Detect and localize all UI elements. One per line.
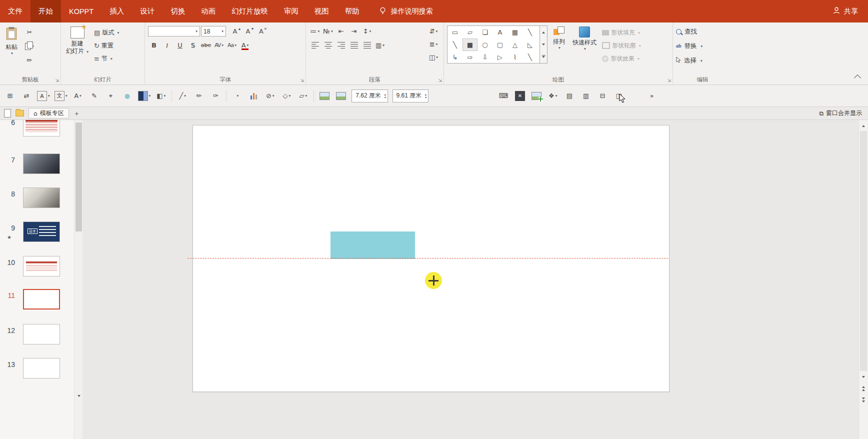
menu-tab-KOPPT[interactable]: KOPPT [61, 0, 102, 22]
new-slide-button[interactable]: ★ 新建 幻灯片 ▾ [64, 26, 90, 76]
previous-slide-button[interactable] [860, 384, 868, 392]
decrease-font-size-button[interactable]: A▼ [244, 26, 256, 37]
skew-icon[interactable]: ▱▾ [297, 90, 309, 102]
slide-thumbnail-10[interactable] [23, 256, 60, 276]
shape-cell[interactable]: ■ [462, 38, 478, 51]
font-size-select[interactable]: 18▾ [201, 26, 226, 36]
no-fill-icon[interactable]: ⊘▾ [264, 90, 276, 102]
shape-cell[interactable]: ↳ [448, 51, 462, 64]
keyboard-icon[interactable]: ⌨ [498, 90, 510, 102]
format-painter-button[interactable]: ✏ [24, 54, 36, 66]
swap-order-icon[interactable]: ⇄ [20, 90, 32, 102]
share-button[interactable]: 共享 [822, 0, 868, 22]
shape-effects-button[interactable]: 形状效果▾ [602, 53, 641, 64]
menu-tab-设计[interactable]: 设计 [132, 0, 162, 22]
split-horizontal-icon[interactable]: ⊟ [596, 90, 608, 102]
shape-cell[interactable]: ▭ [448, 26, 462, 38]
shape-cell[interactable]: ⇨ [462, 51, 478, 64]
shape-cell[interactable]: ⇩ [478, 51, 492, 64]
shape-cell[interactable]: ❏ [478, 26, 492, 38]
position-icon[interactable]: ⌖ [105, 90, 117, 102]
dialog-launcher-icon[interactable]: ⇲ [55, 78, 59, 83]
line-spacing-button[interactable]: ↕▾ [361, 26, 373, 37]
shape-cell[interactable]: ◺ [522, 38, 538, 51]
section-button[interactable]: ≡节▾ [94, 53, 119, 64]
spinner-arrows-icon[interactable]: ▴▾ [384, 93, 386, 99]
select-button[interactable]: 选择 ▾ [676, 54, 729, 66]
menu-tab-开始[interactable]: 开始 [30, 0, 61, 22]
shape-cell[interactable]: ○ [478, 38, 492, 51]
shape-cell[interactable]: ╲ [522, 51, 538, 64]
new-document-icon[interactable] [4, 109, 11, 118]
cn-text-icon[interactable]: 文▾ [54, 90, 68, 102]
template-zone-tab[interactable]: ⌂ 模板专区 [28, 108, 69, 118]
font-color-icon[interactable]: A▾ [72, 90, 84, 102]
shape-fill-button[interactable]: 形状填充▾ [602, 27, 641, 38]
align-center-button[interactable] [322, 40, 334, 51]
quick-styles-button[interactable]: 快速样式 ▾ [570, 26, 598, 76]
align-right-button[interactable] [335, 40, 347, 51]
gallery-up-button[interactable] [540, 26, 547, 38]
align-text-button[interactable]: ≣▾ [428, 38, 440, 50]
window-grid-icon[interactable]: ❖▾ [547, 90, 559, 102]
align-shapes-icon[interactable]: ⊞ [4, 90, 16, 102]
menu-tab-幻灯片放映[interactable]: 幻灯片放映 [224, 0, 276, 22]
shape-outline-button[interactable]: 形状轮廓▾ [602, 40, 641, 51]
insert-picture-icon[interactable] [530, 90, 542, 102]
menu-tab-视图[interactable]: 视图 [306, 0, 337, 22]
add-tab-button[interactable]: ＋ [74, 109, 80, 118]
text-shadow-button[interactable]: S [187, 40, 199, 51]
gallery-down-button[interactable] [540, 38, 547, 51]
pencil-icon[interactable]: ✏ [193, 90, 205, 102]
slide-thumbnail-6[interactable] [23, 120, 60, 136]
replace-button[interactable]: ab 替换 ▾ [676, 40, 729, 52]
menu-tab-插入[interactable]: 插入 [102, 0, 132, 22]
slide[interactable] [192, 125, 670, 392]
bold-button[interactable]: B [148, 40, 160, 51]
scroll-down-button[interactable] [860, 373, 868, 381]
columns-button[interactable]: ▥▾ [374, 40, 386, 51]
layout-button[interactable]: ▤版式▾ [94, 27, 119, 38]
merge-windows-button[interactable]: ⧉ 窗口合并显示 [819, 109, 862, 118]
numbering-button[interactable]: №▾ [322, 26, 334, 37]
menu-tab-帮助[interactable]: 帮助 [337, 0, 368, 22]
distribute-button[interactable] [361, 40, 373, 51]
ellipse-icon[interactable]: ● [122, 90, 134, 102]
character-spacing-button[interactable]: AV▾ [213, 40, 225, 51]
menu-tab-动画[interactable]: 动画 [193, 0, 224, 22]
shape-cell[interactable]: ▢ [492, 38, 508, 51]
next-slide-button[interactable] [860, 396, 868, 404]
vertical-scrollbar[interactable] [858, 120, 868, 439]
delete-tile-icon[interactable]: ✕ [514, 90, 526, 102]
line-tool-icon[interactable]: ╱▾ [176, 90, 188, 102]
find-button[interactable]: 查找 [676, 26, 729, 38]
shape-cell[interactable]: ▷ [492, 51, 508, 64]
bullets-button[interactable]: ≔▾ [309, 26, 321, 37]
slide-thumbnail-12[interactable] [23, 324, 60, 344]
gallery-more-button[interactable] [540, 50, 547, 63]
copy-button[interactable]: ▾ [24, 40, 36, 52]
shape-cell[interactable]: ╲ [448, 38, 462, 51]
decrease-indent-button[interactable]: ⇤ [335, 26, 347, 37]
dialog-launcher-icon[interactable]: ⇲ [667, 78, 671, 83]
slide-thumbnail-9[interactable]: 目录 [23, 222, 60, 242]
dialog-launcher-icon[interactable]: ⇲ [300, 78, 304, 83]
shape-width-spinner[interactable]: 7.62 厘米▴▾ [352, 90, 388, 102]
text-style-icon[interactable]: A▾ [37, 90, 50, 102]
shape-cell[interactable]: △ [508, 38, 522, 51]
scroll-up-button[interactable] [860, 122, 868, 130]
split-vertical-icon[interactable]: ◫ [613, 90, 625, 102]
panel-rows-icon[interactable]: ▤ [564, 90, 576, 102]
text-direction-button[interactable]: ⇵▾ [428, 26, 440, 37]
shape-cell[interactable]: ▱ [462, 26, 478, 38]
fill-bucket-icon[interactable]: ◧▾ [155, 90, 167, 102]
menu-tab-审阅[interactable]: 审阅 [276, 0, 306, 22]
increase-indent-button[interactable]: ⇥ [348, 26, 360, 37]
chart-icon[interactable] [248, 90, 260, 102]
teal-rectangle-shape[interactable] [330, 232, 415, 259]
reset-button[interactable]: ↻重置 [94, 40, 119, 51]
pen-icon[interactable]: ✎ [88, 90, 100, 102]
italic-button[interactable]: I [161, 40, 173, 51]
justify-button[interactable] [348, 40, 360, 51]
slide-thumbnail-7[interactable] [23, 154, 60, 174]
